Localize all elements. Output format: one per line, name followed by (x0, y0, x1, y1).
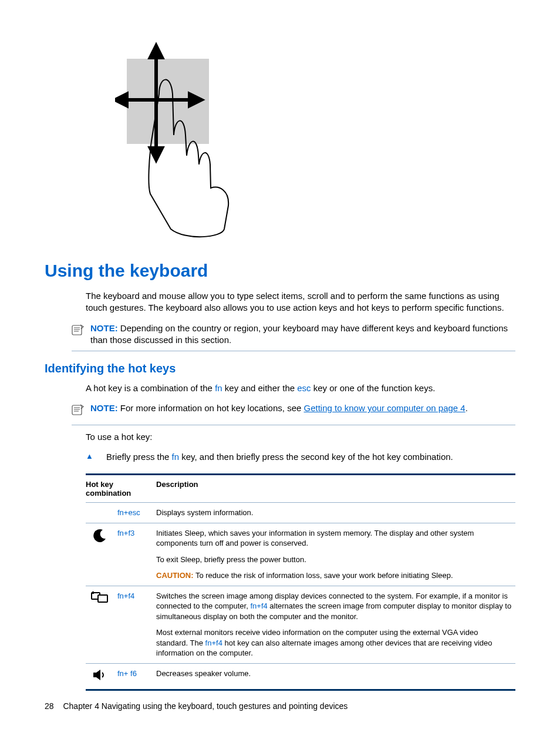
col-header-combo: Hot key combination (86, 475, 156, 503)
volume-down-icon (92, 668, 107, 681)
note2-prefix: For more information on hot key location… (120, 403, 304, 413)
display-switch-icon (91, 591, 109, 604)
step-item: ▲ Briefly press the fn key, and then bri… (86, 451, 515, 463)
gesture-illustration (115, 41, 515, 243)
section-heading: Using the keyboard (45, 261, 515, 281)
hotkey-table: Hot key combination Description fn+esc D… (86, 473, 515, 691)
page-footer: 28 Chapter 4 Navigating using the keyboa… (45, 701, 348, 711)
hand-arrows-icon (115, 41, 250, 241)
page-number: 28 (45, 701, 54, 711)
svg-marker-5 (115, 94, 127, 106)
note-block-1: NOTE: Depending on the country or region… (72, 322, 515, 352)
to-use-line: To use a hot key: (86, 431, 515, 443)
caution-label: CAUTION: (156, 571, 194, 580)
svg-rect-10 (98, 595, 107, 602)
getting-to-know-link[interactable]: Getting to know your computer on page 4 (304, 403, 465, 413)
intro-paragraph: The keyboard and mouse allow you to type… (86, 290, 515, 314)
note-icon (72, 324, 87, 340)
note-label: NOTE: (90, 403, 118, 413)
note-text: Depending on the country or region, your… (90, 323, 508, 345)
svg-rect-8 (72, 405, 82, 415)
svg-rect-7 (72, 325, 82, 335)
note-label: NOTE: (90, 323, 118, 333)
subsection-heading: Identifying the hot keys (45, 362, 515, 375)
svg-marker-3 (150, 148, 162, 160)
note-icon (72, 404, 87, 419)
col-header-desc: Description (156, 475, 515, 503)
table-row: fn+f4 Switches the screen image among di… (86, 586, 515, 663)
note-block-2: NOTE: For more information on hot key lo… (72, 402, 515, 425)
table-row: fn+ f6 Decreases speaker volume. (86, 664, 515, 690)
table-row: fn+esc Displays system information. (86, 503, 515, 523)
triangle-bullet-icon: ▲ (86, 451, 93, 462)
table-row: fn+f3 Initiates Sleep, which saves your … (86, 523, 515, 586)
svg-marker-2 (150, 46, 162, 58)
svg-rect-11 (92, 592, 94, 594)
chapter-title: Chapter 4 Navigating using the keyboard,… (63, 701, 348, 711)
sleep-moon-icon (92, 528, 107, 543)
hotkey-intro: A hot key is a combination of the fn key… (86, 382, 515, 394)
